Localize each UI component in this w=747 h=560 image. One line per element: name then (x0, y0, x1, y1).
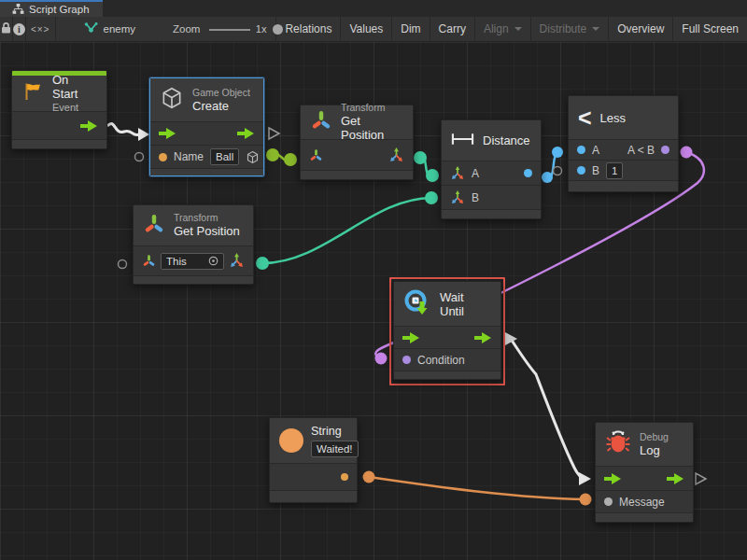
flag-icon (21, 80, 44, 106)
flow-out-port[interactable] (237, 128, 255, 139)
float-port-dot[interactable] (577, 146, 585, 154)
full-screen-button[interactable]: Full Screen (673, 17, 747, 42)
node-distance[interactable]: Distance A B (441, 119, 542, 219)
zoom-label: Zoom (173, 23, 200, 35)
align-dropdown[interactable]: Align (475, 17, 531, 42)
toolbar-buttons: Relations Values Dim Carry Align Distrib… (275, 17, 747, 42)
vector3-port-icon[interactable] (388, 147, 404, 163)
flow-out-port[interactable] (80, 120, 98, 132)
flow-out-port[interactable] (474, 332, 492, 343)
unconnected-flow-triangle[interactable] (696, 473, 706, 484)
message-port-dot[interactable] (604, 497, 613, 506)
wire-create-to-getposition (273, 154, 290, 161)
unconnected-flow-triangle[interactable] (269, 128, 279, 139)
string-port-dot[interactable] (159, 153, 167, 161)
node-title: Distance (483, 133, 530, 147)
graph-node-icon (84, 22, 98, 36)
node-on-start[interactable]: On Start Event (11, 70, 107, 149)
node-get-position-b[interactable]: Transform Get Position This (133, 204, 254, 285)
wait-clock-icon (403, 288, 431, 320)
lock-icon (1, 21, 11, 37)
port-label: Condition (417, 354, 465, 367)
string-out-port-dot[interactable] (341, 473, 348, 481)
less-icon (578, 106, 592, 130)
node-header: On Start Event (12, 76, 106, 112)
unconnected-port-circle[interactable] (135, 153, 144, 161)
node-footer (134, 276, 253, 284)
values-button[interactable]: Values (341, 17, 392, 42)
wire-arrowhead (138, 128, 149, 141)
node-header: Less (569, 96, 678, 140)
graph-breadcrumb[interactable]: enemy (84, 22, 136, 36)
node-create[interactable]: Game Object Create Name Ball (149, 77, 264, 176)
name-input[interactable]: Ball (210, 148, 239, 165)
node-header: Wait Until (394, 282, 500, 327)
flow-row (150, 122, 263, 146)
node-category: Game Object (192, 87, 250, 99)
node-less[interactable]: Less A A < B B 1 (568, 95, 679, 192)
code-view-button[interactable]: <×> (26, 17, 56, 42)
node-footer (150, 169, 263, 175)
wire-endpoint (552, 147, 563, 158)
code-icon: <×> (31, 24, 50, 35)
chevron-down-icon (514, 27, 522, 31)
float-out-port-dot[interactable] (524, 169, 532, 177)
wire-endpoint (681, 147, 693, 159)
port-label: B (592, 164, 599, 177)
bool-port-dot[interactable] (402, 356, 411, 364)
bool-out-port-dot[interactable] (661, 146, 669, 154)
cube-icon (160, 86, 184, 114)
node-header: Transform Get Position (301, 105, 413, 140)
vector3-port-icon[interactable] (450, 190, 465, 205)
flow-in-port[interactable] (402, 332, 420, 343)
flow-out-port[interactable] (667, 473, 684, 484)
node-header: String Waited! (270, 418, 357, 464)
zoom-slider[interactable] (209, 24, 249, 35)
transform-port-icon[interactable] (142, 254, 156, 268)
wire-waituntil-to-debuglog (511, 339, 585, 479)
wire-endpoint (284, 153, 297, 166)
overview-button[interactable]: Overview (609, 17, 673, 42)
port-label: B (472, 191, 479, 204)
wire-endpoint (580, 494, 592, 506)
carry-button[interactable]: Carry (430, 17, 475, 42)
node-get-position-a[interactable]: Transform Get Position (300, 105, 414, 180)
wire-endpoint (542, 172, 553, 183)
port-row-b: B 1 (569, 161, 678, 181)
wire-endpoint (363, 471, 375, 483)
unconnected-port-circle[interactable] (119, 260, 127, 269)
node-category: Transform (341, 102, 403, 114)
transform-port-icon[interactable] (309, 148, 323, 162)
script-graph-icon (12, 1, 24, 18)
object-picker-icon[interactable] (208, 256, 218, 266)
lock-button[interactable] (0, 17, 13, 42)
zoom-slider-handle[interactable] (273, 24, 283, 35)
node-title: Log (640, 443, 669, 458)
b-value-input[interactable]: 1 (606, 162, 623, 179)
distribute-dropdown[interactable]: Distribute (531, 17, 610, 42)
bug-icon (605, 429, 631, 459)
zoom-value: 1x (256, 23, 267, 35)
wire-endpoint (256, 257, 269, 270)
unconnected-port-circle[interactable] (554, 167, 562, 175)
node-footer (270, 491, 357, 502)
info-button[interactable]: i (13, 17, 26, 42)
float-port-dot[interactable] (577, 166, 585, 175)
relations-button[interactable]: Relations (276, 17, 341, 42)
vector3-port-icon[interactable] (450, 166, 465, 181)
tab-script-graph[interactable]: Script Graph (0, 0, 103, 17)
wire-arrowhead (579, 472, 591, 485)
dim-button[interactable]: Dim (392, 17, 430, 42)
node-string[interactable]: String Waited! (269, 417, 358, 503)
vector3-port-icon[interactable] (229, 253, 245, 269)
info-icon: i (13, 23, 25, 35)
graph-canvas[interactable]: On Start Event Game Object Create (0, 42, 747, 560)
node-wait-until[interactable]: Wait Until Condition (393, 281, 501, 380)
flow-row (394, 327, 500, 349)
flow-in-port[interactable] (159, 128, 176, 139)
target-input[interactable]: This (161, 253, 224, 270)
flow-in-port[interactable] (604, 473, 622, 484)
node-debug-log[interactable]: Debug Log Message (595, 422, 694, 523)
string-value-input[interactable]: Waited! (311, 441, 359, 457)
wire-string-to-debuglog (369, 477, 585, 499)
